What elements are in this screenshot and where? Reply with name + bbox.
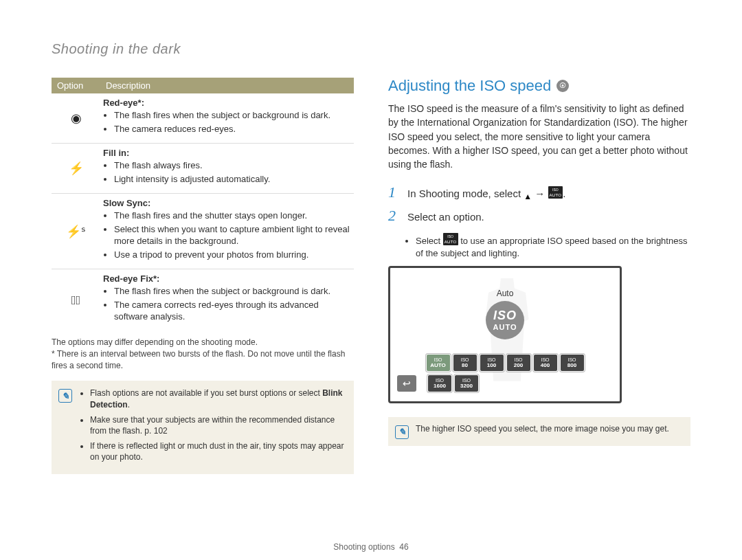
iso-option[interactable]: ISO100 <box>480 355 504 371</box>
back-button[interactable]: ↩ <box>397 375 416 392</box>
step-number: 1 <box>388 183 401 201</box>
iso-option[interactable]: ISO3200 <box>455 375 478 392</box>
iso-description: The ISO speed is the measure of a film's… <box>388 102 690 171</box>
note-icon: ✎ <box>58 389 72 403</box>
flash-options-table: Option Description ◉ Red-eye*: The flash… <box>52 78 354 331</box>
iso-option[interactable]: ISO80 <box>453 355 477 371</box>
option-bullet: The flash always fires. <box>114 159 351 172</box>
option-bullet: The flash fires when the subject or back… <box>114 109 351 122</box>
option-bullet: The flash fires and the shutter stays op… <box>114 210 351 222</box>
th-option: Option <box>52 78 100 93</box>
fill-in-icon: ⚡ <box>52 144 100 194</box>
note-item: If there is reflected light or much dust… <box>90 440 346 462</box>
iso-option[interactable]: ISOAUTO <box>427 355 450 371</box>
iso-option[interactable]: ISO1600 <box>428 375 451 392</box>
footnote: The options may differ depending on the … <box>52 337 354 348</box>
note-text: The higher ISO speed you select, the mor… <box>416 424 669 434</box>
iso-option[interactable]: ISO400 <box>534 355 557 371</box>
footnotes: The options may differ depending on the … <box>52 337 354 371</box>
page-footer: Shooting options 46 <box>0 542 742 552</box>
camera-screen-mock: Auto ISO AUTO ISOAUTO ISO80 ISO100 ISO20… <box>388 266 622 403</box>
step-text: Select an option. <box>407 210 484 224</box>
footnote: * There is an interval between two burst… <box>52 348 354 372</box>
note-icon: ✎ <box>395 425 409 439</box>
red-eye-icon: ◉ <box>52 93 100 144</box>
section-title: Adjusting the ISO speed ⦿ <box>388 77 690 95</box>
mode-program-icon: ⦿ <box>556 80 569 92</box>
iso-big-icon: ISO AUTO <box>486 301 524 339</box>
iso-option[interactable]: ISO200 <box>507 355 530 371</box>
step-number: 2 <box>388 207 401 225</box>
step-sub-bullet: Select ISOAUTO to use an appropriate ISO… <box>416 233 690 260</box>
option-name: Red-eye Fix*: <box>103 273 159 284</box>
iso-auto-icon: ISOAUTO <box>548 186 563 199</box>
option-bullet: Use a tripod to prevent your photos from… <box>114 249 351 261</box>
option-bullet: Select this when you want to capture amb… <box>114 223 351 247</box>
option-bullet: The camera reduces red-eyes. <box>114 123 351 135</box>
up-arrow-icon: ▲ <box>524 191 532 203</box>
th-description: Description <box>100 78 354 93</box>
option-bullet: The flash fires when the subject or back… <box>114 285 351 298</box>
chapter-title: Shooting in the dark <box>52 41 354 57</box>
flash-notes-box: ✎ Flash options are not available if you… <box>52 381 354 473</box>
note-item: Flash options are not available if you s… <box>90 388 346 410</box>
step-text: In Shooting mode, select ▲ → ISOAUTO. <box>407 186 565 203</box>
option-name: Fill in: <box>103 148 129 158</box>
note-item: Make sure that your subjects are within … <box>90 414 346 436</box>
option-name: Red-eye*: <box>103 98 144 108</box>
iso-current-label: Auto <box>497 289 514 298</box>
option-bullet: The camera corrects red-eyes through its… <box>114 299 351 323</box>
iso-auto-icon: ISOAUTO <box>443 233 458 245</box>
iso-note-box: ✎ The higher ISO speed you select, the m… <box>388 417 690 446</box>
slow-sync-icon: ⚡ˢ <box>52 194 100 269</box>
iso-option[interactable]: ISO800 <box>561 355 584 371</box>
steps-list: 1 In Shooting mode, select ▲ → ISOAUTO. … <box>388 183 690 225</box>
red-eye-fix-icon: 👁⃠ <box>52 269 100 331</box>
option-bullet: Light intensity is adjusted automaticall… <box>114 173 351 186</box>
option-name: Slow Sync: <box>103 198 150 208</box>
